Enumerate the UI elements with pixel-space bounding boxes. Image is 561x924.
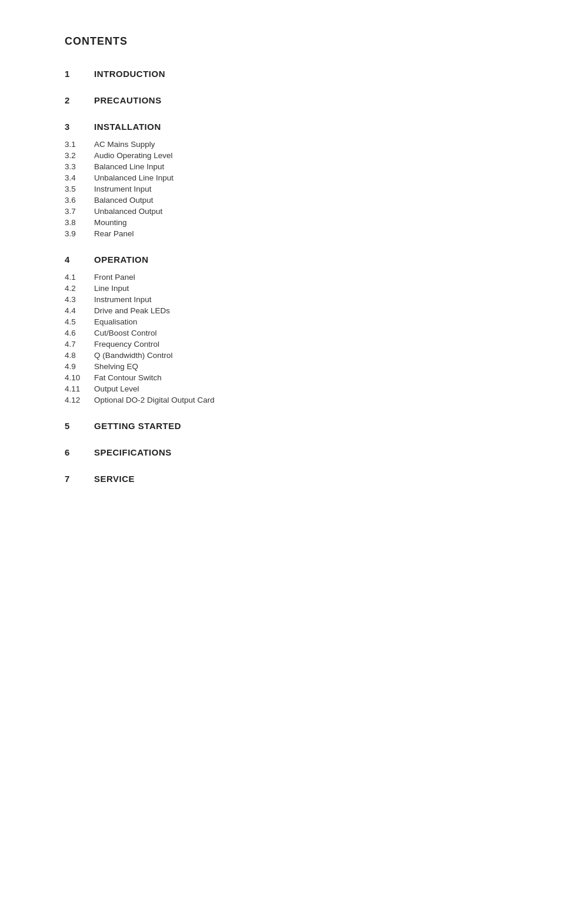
section-header-4: 4OPERATION	[65, 255, 502, 265]
subsection-title-4.2: Line Input	[94, 284, 129, 293]
section-number-3: 3	[65, 122, 94, 132]
section-title-2: PRECAUTIONS	[94, 95, 162, 105]
subsection-item-4.10: 4.10Fat Contour Switch	[65, 373, 502, 382]
subsection-item-3.8: 3.8Mounting	[65, 218, 502, 227]
section-title-7: SERVICE	[94, 474, 135, 484]
subsection-number-4.9: 4.9	[65, 362, 94, 371]
subsection-title-3.4: Unbalanced Line Input	[94, 173, 173, 182]
subsection-title-3.9: Rear Panel	[94, 229, 134, 238]
subsection-title-4.10: Fat Contour Switch	[94, 373, 162, 382]
subsection-item-4.9: 4.9Shelving EQ	[65, 362, 502, 371]
subsection-number-3.8: 3.8	[65, 218, 94, 227]
page-title: CONTENTS	[65, 35, 502, 48]
subsection-number-4.7: 4.7	[65, 340, 94, 349]
subsection-number-4.8: 4.8	[65, 351, 94, 360]
subsection-number-4.12: 4.12	[65, 396, 94, 404]
subsection-title-4.9: Shelving EQ	[94, 362, 138, 371]
subsection-item-4.11: 4.11Output Level	[65, 384, 502, 393]
subsection-number-4.6: 4.6	[65, 329, 94, 337]
subsection-number-3.3: 3.3	[65, 162, 94, 171]
subsection-item-4.5: 4.5Equalisation	[65, 317, 502, 326]
section-5: 5GETTING STARTED	[65, 421, 502, 431]
subsection-item-3.6: 3.6Balanced Output	[65, 196, 502, 205]
section-number-2: 2	[65, 95, 94, 105]
subsection-item-4.2: 4.2Line Input	[65, 284, 502, 293]
section-title-3: INSTALLATION	[94, 122, 161, 132]
subsection-number-3.7: 3.7	[65, 207, 94, 216]
section-header-6: 6SPECIFICATIONS	[65, 447, 502, 457]
section-header-1: 1INTRODUCTION	[65, 69, 502, 79]
section-6: 6SPECIFICATIONS	[65, 447, 502, 457]
section-title-4: OPERATION	[94, 255, 149, 265]
section-4: 4OPERATION4.1Front Panel4.2Line Input4.3…	[65, 255, 502, 404]
subsection-title-4.11: Output Level	[94, 384, 139, 393]
section-number-6: 6	[65, 447, 94, 457]
subsection-title-4.3: Instrument Input	[94, 295, 152, 304]
section-3: 3INSTALLATION3.1AC Mains Supply3.2Audio …	[65, 122, 502, 238]
subsection-title-3.8: Mounting	[94, 218, 127, 227]
section-title-6: SPECIFICATIONS	[94, 447, 172, 457]
page: CONTENTS 1INTRODUCTION2PRECAUTIONS3INSTA…	[0, 0, 561, 924]
sections-container: 1INTRODUCTION2PRECAUTIONS3INSTALLATION3.…	[65, 69, 502, 484]
section-number-1: 1	[65, 69, 94, 79]
section-2: 2PRECAUTIONS	[65, 95, 502, 105]
section-title-1: INTRODUCTION	[94, 69, 165, 79]
subsection-title-3.2: Audio Operating Level	[94, 151, 173, 160]
subsection-item-3.2: 3.2Audio Operating Level	[65, 151, 502, 160]
section-7: 7SERVICE	[65, 474, 502, 484]
subsection-item-3.3: 3.3Balanced Line Input	[65, 162, 502, 171]
subsection-title-3.1: AC Mains Supply	[94, 140, 155, 149]
subsection-item-4.3: 4.3Instrument Input	[65, 295, 502, 304]
subsection-title-4.1: Front Panel	[94, 273, 135, 282]
section-header-2: 2PRECAUTIONS	[65, 95, 502, 105]
section-number-7: 7	[65, 474, 94, 484]
subsection-item-3.1: 3.1AC Mains Supply	[65, 140, 502, 149]
subsection-number-3.4: 3.4	[65, 173, 94, 182]
section-header-7: 7SERVICE	[65, 474, 502, 484]
section-header-3: 3INSTALLATION	[65, 122, 502, 132]
subsection-item-3.4: 3.4Unbalanced Line Input	[65, 173, 502, 182]
subsection-number-4.5: 4.5	[65, 317, 94, 326]
subsection-item-3.5: 3.5Instrument Input	[65, 185, 502, 193]
subsection-title-4.7: Frequency Control	[94, 340, 159, 349]
section-title-5: GETTING STARTED	[94, 421, 181, 431]
subsection-item-3.7: 3.7Unbalanced Output	[65, 207, 502, 216]
subsection-number-3.5: 3.5	[65, 185, 94, 193]
subsection-title-3.7: Unbalanced Output	[94, 207, 162, 216]
subsection-number-4.2: 4.2	[65, 284, 94, 293]
subsection-item-4.12: 4.12Optional DO-2 Digital Output Card	[65, 396, 502, 404]
subsection-number-3.1: 3.1	[65, 140, 94, 149]
subsection-item-4.1: 4.1Front Panel	[65, 273, 502, 282]
subsection-number-3.6: 3.6	[65, 196, 94, 205]
subsection-title-4.8: Q (Bandwidth) Control	[94, 351, 173, 360]
subsection-title-4.12: Optional DO-2 Digital Output Card	[94, 396, 215, 404]
subsection-item-4.4: 4.4Drive and Peak LEDs	[65, 306, 502, 315]
subsection-number-4.11: 4.11	[65, 384, 94, 393]
section-1: 1INTRODUCTION	[65, 69, 502, 79]
subsection-title-3.5: Instrument Input	[94, 185, 152, 193]
subsection-title-3.3: Balanced Line Input	[94, 162, 164, 171]
subsection-item-3.9: 3.9Rear Panel	[65, 229, 502, 238]
subsection-number-3.2: 3.2	[65, 151, 94, 160]
subsection-item-4.6: 4.6Cut/Boost Control	[65, 329, 502, 337]
section-number-5: 5	[65, 421, 94, 431]
subsection-list-4: 4.1Front Panel4.2Line Input4.3Instrument…	[65, 273, 502, 404]
subsection-item-4.7: 4.7Frequency Control	[65, 340, 502, 349]
subsection-title-3.6: Balanced Output	[94, 196, 153, 205]
subsection-title-4.6: Cut/Boost Control	[94, 329, 157, 337]
subsection-item-4.8: 4.8Q (Bandwidth) Control	[65, 351, 502, 360]
section-header-5: 5GETTING STARTED	[65, 421, 502, 431]
subsection-number-3.9: 3.9	[65, 229, 94, 238]
section-number-4: 4	[65, 255, 94, 265]
subsection-number-4.10: 4.10	[65, 373, 94, 382]
subsection-number-4.3: 4.3	[65, 295, 94, 304]
subsection-title-4.5: Equalisation	[94, 317, 138, 326]
subsection-number-4.1: 4.1	[65, 273, 94, 282]
subsection-title-4.4: Drive and Peak LEDs	[94, 306, 170, 315]
subsection-list-3: 3.1AC Mains Supply3.2Audio Operating Lev…	[65, 140, 502, 238]
subsection-number-4.4: 4.4	[65, 306, 94, 315]
